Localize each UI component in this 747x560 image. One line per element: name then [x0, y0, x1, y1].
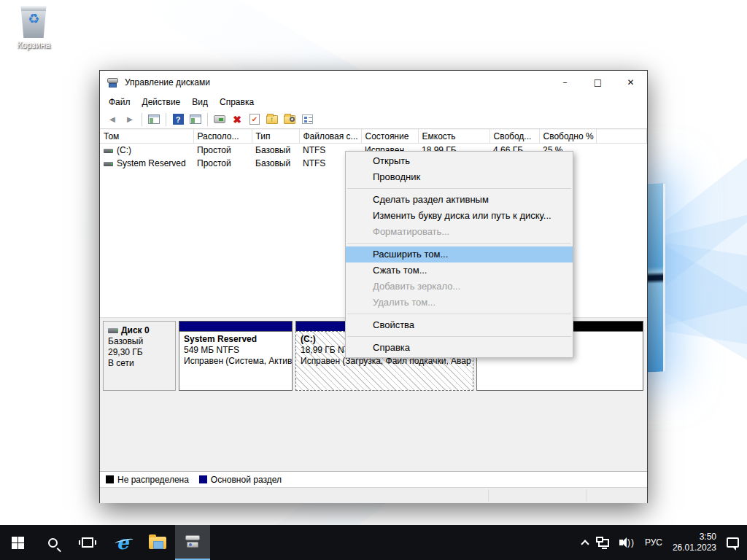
column-filesystem[interactable]: Файловая с...	[299, 130, 361, 144]
column-volume[interactable]: Том	[100, 130, 193, 144]
internet-explorer-button[interactable]: e	[105, 525, 140, 560]
action-pane-button[interactable]	[187, 112, 204, 127]
column-status[interactable]: Состояние	[361, 130, 418, 144]
properties-list-icon	[302, 114, 313, 124]
cell-type: Базовый	[252, 157, 299, 170]
start-button[interactable]	[0, 525, 35, 560]
disk-management-icon	[107, 77, 119, 88]
search-icon	[48, 538, 58, 548]
maximize-button[interactable]: □	[581, 71, 614, 94]
network-tray-button[interactable]	[595, 525, 613, 560]
check-volume-button[interactable]: ✔	[247, 112, 263, 127]
back-button[interactable]: ◄	[104, 112, 120, 127]
task-view-button[interactable]	[70, 525, 105, 560]
clock-time: 3:50	[673, 532, 716, 542]
internet-explorer-icon: e	[117, 533, 129, 552]
window-title: Управление дисками	[125, 77, 210, 88]
search-button[interactable]	[35, 525, 70, 560]
disk-size: 29,30 ГБ	[108, 347, 171, 358]
menu-item-add-mirror[interactable]: Добавить зеркало...	[346, 279, 573, 295]
menu-item-explorer[interactable]: Проводник	[346, 169, 573, 185]
rescan-button[interactable]	[212, 112, 228, 127]
legend-swatch-unallocated	[106, 475, 114, 483]
legend-bar: Не распределена Основной раздел	[100, 471, 647, 487]
properties-list-button[interactable]	[299, 112, 315, 127]
folder-up-icon: ↑	[266, 115, 278, 124]
column-free-pct[interactable]: Свободно %	[539, 130, 596, 144]
file-explorer-button[interactable]	[140, 525, 175, 560]
menu-item-properties[interactable]: Свойства	[346, 317, 573, 333]
cell-type: Базовый	[252, 144, 299, 158]
menu-separator	[347, 336, 571, 337]
volume-name: (C:)	[117, 145, 131, 155]
toolbar-separator	[142, 113, 142, 126]
volume-name: System Reserved	[117, 158, 186, 168]
partition-info: 549 МБ NTFS	[184, 345, 287, 356]
column-capacity[interactable]: Емкость	[418, 130, 489, 144]
volume-icon	[104, 149, 113, 153]
file-explorer-icon	[149, 537, 166, 549]
menu-item-extend-volume[interactable]: Расширить том...	[346, 246, 573, 262]
menu-separator	[347, 243, 571, 244]
partition-system-reserved[interactable]: System Reserved 549 МБ NTFS Исправен (Си…	[179, 321, 293, 391]
titlebar[interactable]: Управление дисками – □ ✕	[100, 71, 647, 94]
disk-type: Базовый	[108, 336, 171, 347]
clock-date: 26.01.2023	[673, 542, 716, 553]
recycle-bin-label: Корзина	[10, 40, 57, 50]
recycle-bin[interactable]: ♻ Корзина	[10, 6, 57, 50]
toolbar: ◄ ► ? ✖ ✔ ↑	[100, 110, 647, 129]
check-icon: ✔	[249, 114, 260, 125]
partition-stripe	[179, 321, 293, 331]
status-divider	[586, 489, 587, 502]
console-tree-icon	[148, 114, 160, 124]
close-button[interactable]: ✕	[614, 71, 647, 94]
help-icon: ?	[173, 114, 184, 125]
menu-item-change-letter[interactable]: Изменить букву диска или путь к диску...	[346, 208, 573, 224]
status-divider	[488, 489, 489, 502]
tray-expand-button[interactable]	[578, 525, 592, 560]
column-free[interactable]: Свобод...	[489, 130, 539, 144]
menu-item-shrink-volume[interactable]: Сжать том...	[346, 262, 573, 279]
help-button[interactable]: ?	[170, 112, 186, 127]
column-layout[interactable]: Располо...	[193, 130, 252, 144]
language-indicator[interactable]: РУС	[641, 525, 666, 560]
console-tree-button[interactable]	[146, 112, 162, 127]
minimize-button[interactable]: –	[549, 71, 581, 94]
menu-action[interactable]: Действие	[136, 95, 187, 109]
menu-item-mark-active[interactable]: Сделать раздел активным	[346, 192, 573, 208]
disk0-info-panel[interactable]: Диск 0 Базовый 29,30 ГБ В сети	[103, 321, 176, 391]
action-pane-icon	[190, 114, 201, 124]
magnifier-glyph	[290, 117, 295, 122]
folder-up-button[interactable]: ↑	[264, 112, 280, 127]
menu-item-format[interactable]: Форматировать...	[346, 224, 573, 240]
menu-item-delete-volume[interactable]: Удалить том...	[346, 295, 573, 311]
toolbar-separator	[166, 113, 166, 126]
column-filler	[596, 130, 647, 144]
delete-button[interactable]: ✖	[229, 112, 245, 127]
clock[interactable]: 3:50 26.01.2023	[669, 525, 720, 560]
legend-label: Не распределена	[117, 475, 189, 485]
menu-item-open[interactable]: Открыть	[346, 153, 573, 169]
chevron-up-icon	[581, 540, 589, 548]
forward-arrow-icon: ►	[125, 114, 135, 125]
menu-item-help[interactable]: Справка	[346, 340, 573, 356]
volume-icon	[104, 162, 113, 166]
up-arrow-glyph: ↑	[270, 115, 274, 123]
volume-context-menu: Открыть Проводник Сделать раздел активны…	[345, 151, 573, 358]
column-type[interactable]: Тип	[252, 130, 299, 144]
menu-help[interactable]: Справка	[214, 95, 260, 109]
notification-icon	[727, 537, 739, 548]
cell-layout: Простой	[193, 157, 252, 170]
notification-center-button[interactable]	[723, 525, 743, 560]
menu-view[interactable]: Вид	[186, 95, 214, 109]
legend-swatch-primary	[199, 475, 207, 483]
menu-file[interactable]: Файл	[103, 95, 136, 109]
volume-tray-button[interactable]: ))	[616, 525, 638, 560]
disk-name: Диск 0	[121, 325, 150, 336]
disk-management-taskbar-button[interactable]	[175, 525, 210, 560]
forward-button[interactable]: ►	[122, 112, 138, 127]
windows-logo-icon	[12, 537, 24, 549]
taskbar: e )) РУС 3:50 26.01.2023	[0, 525, 747, 560]
folder-search-button[interactable]	[282, 112, 298, 127]
folder-search-icon	[284, 115, 295, 124]
